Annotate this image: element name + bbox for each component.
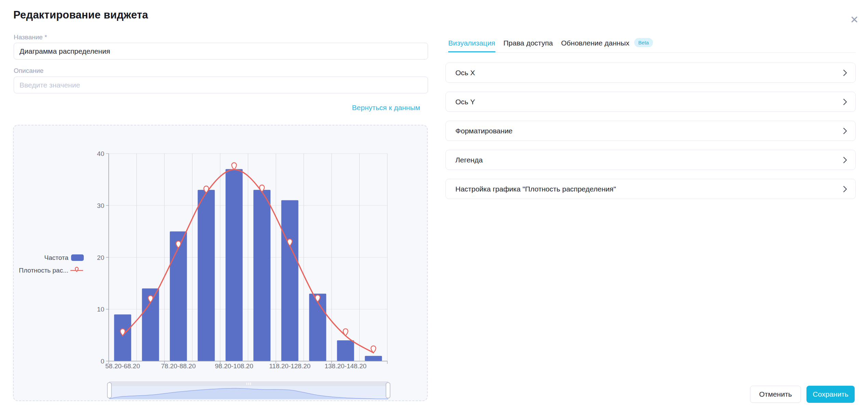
tab-data-refresh[interactable]: Обновление данных Beta bbox=[561, 39, 653, 52]
data-zoom-brush[interactable] bbox=[107, 382, 390, 399]
chevron-right-icon bbox=[843, 186, 847, 193]
accordion-axis-y[interactable]: Ось Y bbox=[445, 92, 856, 112]
name-field-label: Название * bbox=[14, 34, 47, 41]
svg-text:40: 40 bbox=[97, 150, 104, 157]
svg-text:98.20-108.20: 98.20-108.20 bbox=[215, 362, 253, 370]
tab-access-rights[interactable]: Права доступа bbox=[504, 39, 553, 52]
svg-text:Частота: Частота bbox=[44, 254, 69, 261]
settings-tabs: Визуализация Права доступа Обновление да… bbox=[445, 39, 856, 53]
svg-text:0: 0 bbox=[101, 358, 104, 365]
accordion-legend[interactable]: Легенда bbox=[445, 150, 856, 170]
accordion-density-graph-settings[interactable]: Настройка графика "Плотность распределен… bbox=[445, 179, 856, 199]
chevron-right-icon bbox=[843, 157, 847, 163]
chevron-right-icon bbox=[843, 69, 847, 76]
chart-preview-card: 01020304058.20-68.2078.20-88.2098.20-108… bbox=[13, 125, 428, 401]
cancel-button[interactable]: Отменить bbox=[750, 386, 801, 403]
svg-text:78.20-88.20: 78.20-88.20 bbox=[161, 362, 196, 370]
description-input[interactable] bbox=[14, 77, 428, 93]
close-icon[interactable]: ✕ bbox=[846, 12, 862, 27]
svg-text:10: 10 bbox=[97, 306, 104, 313]
svg-text:138.20-148.20: 138.20-148.20 bbox=[324, 362, 366, 370]
beta-badge: Beta bbox=[634, 38, 653, 47]
back-to-data-link[interactable]: Вернуться к данным bbox=[14, 104, 420, 112]
chart-legend[interactable]: ЧастотаПлотность рас... bbox=[19, 254, 84, 274]
page-title: Редактирование виджета bbox=[13, 9, 148, 21]
svg-text:118.20-128.20: 118.20-128.20 bbox=[269, 362, 310, 370]
description-field-label: Описание bbox=[14, 67, 43, 75]
brush-handle-right[interactable] bbox=[386, 383, 390, 398]
chevron-right-icon bbox=[843, 98, 847, 105]
chevron-right-icon bbox=[843, 128, 847, 134]
name-input[interactable] bbox=[14, 43, 428, 59]
accordion-formatting[interactable]: Форматирование bbox=[445, 121, 856, 141]
svg-text:20: 20 bbox=[97, 254, 104, 261]
accordion-axis-x[interactable]: Ось X bbox=[445, 63, 856, 83]
tab-visualization[interactable]: Визуализация bbox=[448, 39, 495, 52]
svg-text:30: 30 bbox=[97, 202, 104, 209]
save-button[interactable]: Сохранить bbox=[806, 386, 855, 403]
svg-text:58.20-68.20: 58.20-68.20 bbox=[105, 362, 140, 370]
brush-handle-left[interactable] bbox=[107, 383, 111, 398]
svg-text:Плотность рас...: Плотность рас... bbox=[19, 267, 68, 274]
